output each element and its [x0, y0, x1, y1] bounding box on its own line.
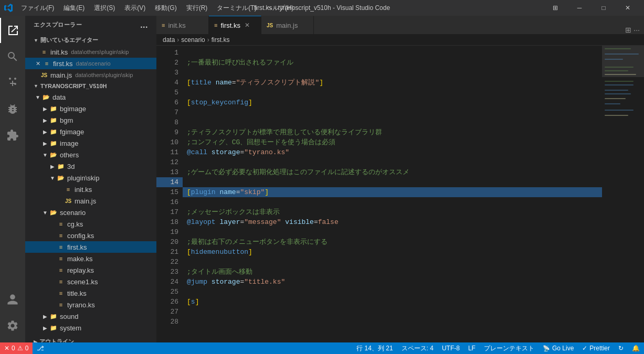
folder-open-icon-scenario: 📂: [49, 208, 58, 217]
close-icon[interactable]: ✕: [36, 60, 40, 67]
chevron-down-icon: ▼: [34, 38, 38, 43]
activity-extensions[interactable]: [0, 123, 25, 148]
status-language[interactable]: プレーンテキスト: [480, 342, 539, 354]
activity-settings[interactable]: [0, 313, 25, 338]
code-content[interactable]: ;一番最初に呼び出されるファイル [title name="ティラノスクリプト解…: [183, 46, 602, 342]
svg-rect-10: [605, 98, 626, 99]
status-bell[interactable]: 🔔: [628, 342, 644, 354]
tree-folder-image[interactable]: ▶ 📁 image: [25, 137, 156, 149]
status-position[interactable]: 行 14、列 21: [352, 342, 397, 354]
status-spaces[interactable]: スペース: 4: [397, 342, 438, 354]
expand-arrow-sound: ▶: [41, 314, 49, 319]
tree-folder-sound[interactable]: ▶ 📁 sound: [25, 310, 156, 322]
expand-arrow-fgimage: ▶: [41, 129, 49, 135]
folder-icon-bgm: 📁: [49, 116, 58, 124]
ks-icon-make: ≡: [57, 254, 65, 263]
main-layout: エクスプローラー ... ▼ 開いているエディター ≡ init.ks data…: [0, 16, 644, 342]
status-errors[interactable]: ✕ 0 ⚠ 0: [0, 342, 33, 354]
sidebar-content[interactable]: ▼ 開いているエディター ≡ init.ks data\others\plugi…: [25, 34, 156, 342]
line-numbers: 1234 5678 9101112 1314 15161718 19202122…: [156, 46, 183, 342]
tree-file-cg-ks[interactable]: ≡ cg.ks: [25, 218, 156, 230]
tree-folder-others[interactable]: ▼ 📂 others: [25, 149, 156, 160]
tree-file-scene1-ks[interactable]: ≡ scene1.ks: [25, 276, 156, 287]
tab-first-ks-label: first.ks: [220, 22, 240, 29]
activity-explorer[interactable]: [0, 18, 25, 43]
activity-source-control[interactable]: [0, 70, 25, 95]
section-open-editors[interactable]: ▼ 開いているエディター: [25, 34, 156, 46]
golive-icon: 📡: [543, 345, 550, 352]
expand-arrow-scenario: ▼: [41, 210, 49, 216]
tree-folder-3d[interactable]: ▶ 📁 3d: [25, 160, 156, 172]
layout-button[interactable]: ⊞: [543, 0, 567, 16]
tree-file-replay-ks[interactable]: ≡ replay.ks: [25, 264, 156, 276]
menu-go[interactable]: 移動(G): [151, 3, 181, 14]
folder-icon-3d: 📁: [57, 162, 65, 170]
status-encoding[interactable]: UTF-8: [438, 342, 464, 354]
status-sync[interactable]: ↻: [614, 342, 628, 354]
menu-view[interactable]: 表示(V): [120, 3, 150, 14]
tab-first-ks[interactable]: ≡ first.ks ✕: [209, 16, 261, 34]
menu-edit[interactable]: 編集(E): [59, 3, 89, 14]
tree-file-init-ks-plugin[interactable]: ≡ init.ks: [25, 184, 156, 195]
folder-open-icon-others: 📂: [49, 151, 58, 159]
tree-folder-plugin-skip[interactable]: ▼ 📂 plugin\skip: [25, 172, 156, 184]
tree-folder-scenario[interactable]: ▼ 📂 scenario: [25, 207, 156, 218]
tree-folder-fgimage[interactable]: ▶ 📁 fgimage: [25, 126, 156, 137]
activity-account[interactable]: [0, 287, 25, 312]
error-icon: ✕: [4, 345, 9, 352]
activity-debug[interactable]: [0, 96, 25, 122]
open-editor-main-js[interactable]: JS main.js data\others\plugin\skip: [25, 69, 156, 81]
open-editor-first-ks[interactable]: ✕ ≡ first.ks data\scenario: [25, 58, 156, 69]
section-project[interactable]: ▼ TYRANOSCRIPT_V510H: [25, 81, 156, 91]
activity-search[interactable]: [0, 44, 25, 69]
status-prettier[interactable]: ✓ Prettier: [578, 342, 614, 354]
svg-rect-1: [605, 53, 639, 55]
menu-run[interactable]: 実行(R): [182, 3, 212, 14]
tree-folder-system[interactable]: ▶ 📁 system: [25, 322, 156, 334]
expand-arrow-others: ▼: [41, 152, 49, 158]
window-title: first.ks - tyranoscript_v510h - Visual S…: [254, 4, 390, 12]
status-line-ending[interactable]: LF: [464, 342, 480, 354]
menu-file[interactable]: ファイル(F): [17, 3, 58, 14]
status-branch[interactable]: ⎇: [33, 342, 48, 354]
more-tabs-icon[interactable]: ···: [634, 26, 640, 34]
tab-close-first-ks[interactable]: ✕: [244, 20, 251, 30]
sidebar-more-button[interactable]: ...: [140, 20, 148, 30]
breadcrumb: data › scenario › first.ks: [156, 34, 644, 46]
git-branch-icon: ⎇: [37, 345, 44, 352]
position-text: 行 14、列 21: [356, 344, 393, 353]
split-editor-icon[interactable]: ⊞: [625, 26, 631, 34]
close-button[interactable]: ✕: [616, 0, 640, 16]
tree-file-tyrano-ks[interactable]: ≡ tyrano.ks: [25, 299, 156, 310]
breadcrumb-data[interactable]: data: [163, 36, 175, 44]
section-outline[interactable]: ▶ アウトライン: [25, 336, 156, 342]
breadcrumb-scenario[interactable]: scenario: [181, 36, 205, 44]
svg-rect-3: [605, 67, 634, 68]
breadcrumb-file[interactable]: first.ks: [212, 36, 230, 44]
sidebar: エクスプローラー ... ▼ 開いているエディター ≡ init.ks data…: [25, 16, 156, 342]
ks-tab-icon: ≡: [162, 22, 165, 28]
tree-folder-bgimage[interactable]: ▶ 📁 bgimage: [25, 103, 156, 114]
folder-open-icon: 📂: [42, 93, 50, 101]
tab-main-js-label: main.js: [276, 22, 298, 29]
sidebar-header: エクスプローラー ...: [25, 16, 156, 34]
folder-data-label: data: [52, 93, 66, 101]
maximize-button[interactable]: □: [592, 0, 616, 16]
expand-arrow-system: ▶: [41, 325, 49, 331]
svg-rect-6: [605, 81, 634, 82]
expand-arrow-plugin-skip: ▼: [48, 175, 57, 181]
tab-main-js[interactable]: JS main.js: [261, 16, 314, 34]
tree-file-make-ks[interactable]: ≡ make.ks: [25, 253, 156, 264]
tree-folder-bgm[interactable]: ▶ 📁 bgm: [25, 114, 156, 126]
tree-file-main-js-plugin[interactable]: JS main.js: [25, 195, 156, 207]
tab-init-ks[interactable]: ≡ init.ks: [156, 16, 209, 34]
open-editor-init-ks[interactable]: ≡ init.ks data\others\plugin\skip: [25, 46, 156, 58]
status-golive[interactable]: 📡 Go Live: [539, 342, 578, 354]
tree-file-first-ks[interactable]: ≡ first.ks: [25, 241, 156, 253]
menu-selection[interactable]: 選択(S): [90, 3, 119, 14]
tree-file-config-ks[interactable]: ≡ config.ks: [25, 230, 156, 241]
minimize-button[interactable]: ─: [567, 0, 592, 16]
open-editor-first-ks-path: data\scenario: [76, 60, 111, 67]
tree-file-title-ks[interactable]: ≡ title.ks: [25, 287, 156, 299]
tree-folder-data[interactable]: ▼ 📂 data: [25, 91, 156, 103]
